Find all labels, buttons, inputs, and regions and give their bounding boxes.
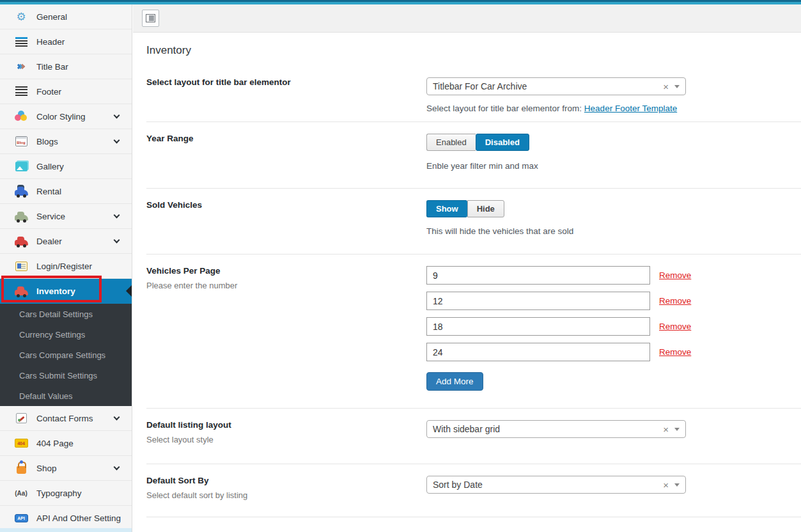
- field-row-year-range: Year Range Enabled Disabled Enble year f…: [146, 122, 801, 189]
- sidebar-item-label: General: [36, 12, 67, 22]
- vehicles-per-page-input-3[interactable]: [426, 317, 650, 336]
- field-row-sold-vehicles: Sold Vehicles Show Hide This will hide t…: [146, 189, 801, 254]
- theme-options-screen: ⚙ General Header Title Bar Footer Color …: [0, 0, 801, 532]
- chevron-down-icon: [114, 212, 120, 218]
- field-label: Year Range: [146, 134, 414, 143]
- sidebar-item-label: 404 Page: [36, 439, 74, 448]
- 404-page-icon: 404: [13, 437, 29, 450]
- sidebar-item-label: API And Other Setting: [36, 513, 121, 523]
- sidebar-item-contact-forms[interactable]: Contact Forms: [0, 406, 132, 431]
- sidebar-item-label: Gallery: [36, 162, 64, 171]
- year-range-button-set: Enabled Disabled: [426, 134, 529, 151]
- sold-vehicles-hide-button[interactable]: Hide: [467, 200, 504, 217]
- sidebar-item-label: Login/Register: [36, 262, 92, 271]
- field-label: Sold Vehicles: [146, 200, 414, 210]
- sidebar-item-inventory[interactable]: Inventory: [0, 279, 132, 304]
- field-row-default-sort-by: Default Sort By Select default sort by l…: [146, 464, 801, 517]
- vehicles-per-page-input-4[interactable]: [426, 343, 650, 361]
- vehicles-per-page-input-2[interactable]: [426, 292, 650, 310]
- sidebar-item-color-styling[interactable]: Color Styling: [0, 104, 132, 129]
- field-label: Vehicles Per Page: [146, 266, 414, 276]
- sidebar-item-general[interactable]: ⚙ General: [0, 4, 132, 29]
- remove-link[interactable]: Remove: [659, 347, 691, 357]
- select-arrow-icon: [674, 85, 680, 88]
- titlebar-layout-select[interactable]: Titlebar For Car Archive ×: [426, 77, 686, 95]
- field-row-default-listing-layout: Default listing layout Select layout sty…: [146, 409, 801, 464]
- sidebar-item-typography[interactable]: (Aa) Typography: [0, 481, 132, 506]
- api-icon-text: API: [15, 514, 28, 522]
- select-clear-icon[interactable]: ×: [663, 480, 669, 490]
- header-footer-template-link[interactable]: Header Footer Template: [584, 104, 677, 113]
- sidebar-item-label: Color Styling: [36, 112, 86, 121]
- submenu-item-default-values[interactable]: Default Values: [0, 386, 132, 406]
- top-accent-bar: [0, 0, 801, 4]
- sidebar-item-dealer[interactable]: Dealer: [0, 229, 132, 254]
- field-helper: This will hide the vehicles that are sol…: [426, 226, 801, 236]
- chevron-down-icon: [114, 414, 120, 420]
- dealer-car-icon: [13, 235, 29, 247]
- sidebar-item-label: Dealer: [36, 237, 62, 246]
- sidebar-item-404-page[interactable]: 404 404 Page: [0, 431, 132, 456]
- multi-text-row: Remove: [426, 317, 801, 336]
- sidebar-item-blogs[interactable]: Blog Blogs: [0, 129, 132, 154]
- gallery-photo-icon: [13, 160, 29, 173]
- service-car-icon: [13, 210, 29, 223]
- sidebar-item-service[interactable]: Service: [0, 204, 132, 229]
- sidebar-item-shop[interactable]: Shop: [0, 456, 132, 481]
- sidebar-item-label: Typography: [36, 489, 82, 498]
- footer-lines-icon: [13, 85, 29, 98]
- select-value: Sort by Date: [433, 480, 663, 490]
- sidebar-item-label: Service: [36, 212, 65, 221]
- multi-text-row: Remove: [426, 266, 801, 285]
- contact-forms-icon: [13, 412, 29, 425]
- sidebar-item-label: Shop: [36, 464, 57, 473]
- blog-icon-text: Blog: [17, 141, 25, 145]
- panel-toggle-icon: [146, 14, 155, 22]
- vehicles-per-page-input-1[interactable]: [426, 266, 650, 285]
- sidebar-item-rental[interactable]: Rental: [0, 179, 132, 204]
- remove-link[interactable]: Remove: [659, 270, 691, 280]
- helper-text: Select layout for title bar elementor fr…: [426, 104, 584, 113]
- multi-text-row: Remove: [426, 343, 801, 361]
- submenu-item-cars-compare-settings[interactable]: Cars Compare Settings: [0, 345, 132, 365]
- field-sublabel: Select layout style: [146, 435, 414, 444]
- sidebar-item-footer[interactable]: Footer: [0, 79, 132, 104]
- sidebar-item-header[interactable]: Header: [0, 29, 132, 54]
- rental-car-icon: [13, 185, 29, 198]
- inventory-submenu: Cars Detail Settings Currency Settings C…: [0, 304, 132, 406]
- inventory-car-icon: [13, 285, 29, 297]
- sold-vehicles-show-button[interactable]: Show: [426, 200, 467, 217]
- remove-link[interactable]: Remove: [659, 322, 691, 331]
- sidebar-item-api-settings[interactable]: API API And Other Setting: [0, 506, 132, 531]
- year-range-enabled-button[interactable]: Enabled: [426, 134, 476, 151]
- blog-window-icon: Blog: [13, 135, 29, 148]
- field-row-vehicles-per-page: Vehicles Per Page Please enter the numbe…: [146, 254, 801, 409]
- sidebar-item-label: Title Bar: [36, 62, 68, 72]
- color-circles-icon: [13, 110, 29, 123]
- year-range-disabled-button[interactable]: Disabled: [476, 134, 529, 151]
- field-label: Select layout for title bar elementor: [146, 77, 414, 87]
- sidebar-item-label: Contact Forms: [36, 414, 93, 423]
- submenu-item-cars-submit-settings[interactable]: Cars Submit Settings: [0, 365, 132, 386]
- field-label: Default listing layout: [146, 420, 414, 430]
- default-sort-by-select[interactable]: Sort by Date ×: [426, 476, 686, 494]
- sidebar-bottom-strip: [0, 528, 132, 532]
- typography-icon: (Aa): [13, 487, 29, 499]
- field-label: Default Sort By: [146, 476, 414, 485]
- title-bar-chevrons-icon: [13, 60, 29, 73]
- sidebar-item-login-register[interactable]: Login/Register: [0, 254, 132, 279]
- remove-link[interactable]: Remove: [659, 296, 691, 306]
- submenu-item-currency-settings[interactable]: Currency Settings: [0, 324, 132, 345]
- submenu-item-cars-detail-settings[interactable]: Cars Detail Settings: [0, 304, 132, 324]
- api-chip-icon: API: [13, 512, 29, 524]
- sidebar-item-title-bar[interactable]: Title Bar: [0, 54, 132, 79]
- settings-content: Inventory Select layout for title bar el…: [133, 33, 801, 532]
- default-listing-layout-select[interactable]: With sidebar grid ×: [426, 420, 686, 438]
- select-clear-icon[interactable]: ×: [663, 425, 669, 434]
- panel-toggle-button[interactable]: [142, 10, 159, 27]
- add-more-button[interactable]: Add More: [426, 372, 483, 391]
- select-clear-icon[interactable]: ×: [663, 82, 669, 91]
- shop-bag-icon: [13, 462, 29, 474]
- sidebar-item-gallery[interactable]: Gallery: [0, 154, 132, 179]
- sidebar-item-label: Header: [36, 37, 65, 47]
